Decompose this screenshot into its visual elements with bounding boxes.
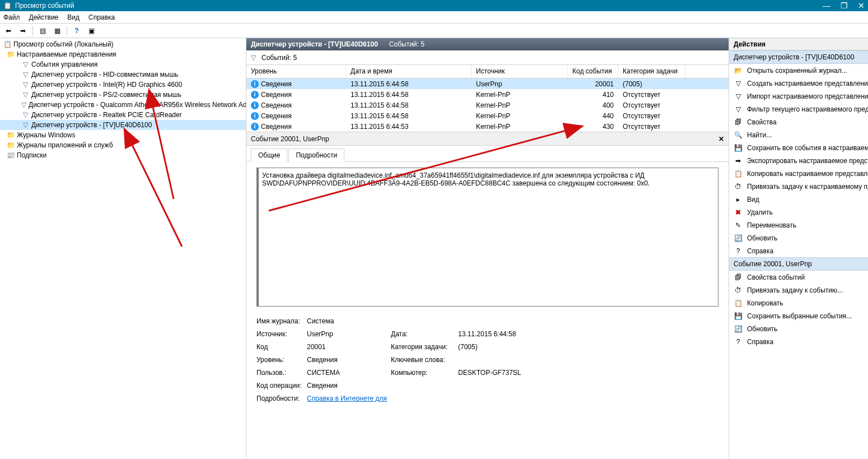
action-item[interactable]: ➡Экспортировать настраиваемое представле…: [729, 154, 868, 167]
menu-view[interactable]: Вид: [67, 13, 80, 21]
action-item[interactable]: ▽Создать настраиваемое представление...: [729, 77, 868, 90]
action-item[interactable]: 📂Открыть сохраненный журнал...: [729, 64, 868, 77]
event-row[interactable]: iСведения13.11.2015 6:44:58Kernel-PnP400…: [246, 100, 729, 110]
tree-item-label: Диспетчер устройств - Qualcomm Atheros A…: [29, 101, 246, 109]
window-title: Просмотр событий: [15, 2, 74, 10]
tree-item[interactable]: ▽Диспетчер устройств - Qualcomm Atheros …: [0, 100, 246, 110]
action-item[interactable]: ?Справка: [729, 335, 868, 348]
minimize-button[interactable]: —: [823, 1, 830, 10]
action-item[interactable]: 🔄Обновить: [729, 231, 868, 244]
event-grid[interactable]: Уровень Дата и время Источник Код событи…: [246, 65, 729, 132]
cell-code: 440: [568, 112, 618, 120]
action-item[interactable]: 💾Сохранить все события в настраиваемом..…: [729, 141, 868, 154]
toolbar-separator: [67, 26, 67, 36]
navigation-tree[interactable]: 📋 Просмотр событий (Локальный) 📁 Настраи…: [0, 38, 246, 459]
col-date[interactable]: Дата и время: [346, 65, 472, 78]
tree-item[interactable]: ▽Диспетчер устройств - Realtek PCIE Card…: [0, 110, 246, 120]
event-row[interactable]: iСведения13.11.2015 6:44:58Kernel-PnP410…: [246, 89, 729, 100]
detail-header: Событие 20001, UserPnp ✕: [246, 132, 729, 146]
actions-pane: Действия Диспетчер устройств - [TV]UE40D…: [729, 38, 868, 459]
filter-bar: ▽ Событий: 5: [246, 50, 729, 65]
action-icon: ➡: [734, 156, 743, 165]
col-source[interactable]: Источник: [472, 65, 568, 78]
action-label: Обновить: [747, 325, 777, 333]
tree-item[interactable]: ▽Диспетчер устройств - Intel(R) HD Graph…: [0, 80, 246, 90]
tree-app-logs[interactable]: 📁 Журналы приложений и служб: [0, 140, 246, 150]
action-icon: 🗐: [734, 273, 743, 282]
action-label: Справка: [747, 247, 773, 255]
forward-button[interactable]: ➡: [17, 25, 29, 37]
tree-item[interactable]: ▽События управления: [0, 59, 246, 69]
toolbar-separator: [32, 26, 33, 36]
action-icon: ▽: [734, 79, 743, 88]
info-icon: i: [251, 91, 259, 99]
show-hide-tree-button[interactable]: ▤: [36, 25, 49, 37]
col-category[interactable]: Категория задачи: [618, 65, 685, 78]
tree-item-label: Диспетчер устройств - Realtek PCIE CardR…: [31, 111, 182, 119]
center-pane: Диспетчер устройств - [TV]UE40D6100 Собы…: [246, 38, 729, 459]
help-button[interactable]: ?: [71, 25, 83, 37]
action-item[interactable]: 🔄Обновить: [729, 322, 868, 335]
action-icon: 📋: [734, 299, 743, 308]
event-row[interactable]: iСведения13.11.2015 6:44:58Kernel-PnP440…: [246, 110, 729, 121]
action-item[interactable]: ✖Удалить: [729, 206, 868, 219]
eventviewer-icon: 📋: [3, 40, 11, 48]
action-label: Создать настраиваемое представление...: [747, 80, 868, 87]
menu-help[interactable]: Справка: [88, 13, 115, 21]
prop-logname-value: Система: [307, 317, 391, 325]
prop-user-label: Пользов.:: [256, 369, 307, 377]
prop-more-label: Подробности:: [256, 395, 307, 402]
center-title: Диспетчер устройств - [TV]UE40D6100: [251, 40, 378, 48]
grid-header[interactable]: Уровень Дата и время Источник Код событи…: [246, 65, 729, 78]
action-item[interactable]: 📋Копировать настраиваемое представление.…: [729, 167, 868, 180]
tree-item[interactable]: ▽Диспетчер устройств - [TV]UE40D6100: [0, 120, 246, 130]
close-button[interactable]: ✕: [858, 1, 865, 10]
action-item[interactable]: ▸Вид: [729, 193, 868, 206]
action-item[interactable]: 💾Сохранить выбранные события...: [729, 309, 868, 322]
action-icon: ⏱: [734, 182, 743, 191]
refresh-button[interactable]: ▣: [85, 25, 97, 37]
prop-computer-value: DESKTOP-GF737SL: [458, 369, 521, 377]
tree-windows-logs[interactable]: 📁 Журналы Windows: [0, 130, 246, 140]
detail-tabs: Общие Подробности: [246, 146, 729, 162]
online-help-link[interactable]: Справка в Интернете для: [307, 395, 387, 402]
tree-subscriptions[interactable]: 📰 Подписки: [0, 150, 246, 160]
action-item[interactable]: 🗐Свойства событий: [729, 271, 868, 284]
tab-details[interactable]: Подробности: [288, 149, 344, 162]
action-item[interactable]: ⏱Привязать задачу к настраиваемому предс…: [729, 180, 868, 193]
action-item[interactable]: ?Справка: [729, 244, 868, 257]
tree-item-label: События управления: [31, 61, 97, 68]
event-row[interactable]: iСведения13.11.2015 6:44:58UserPnp20001(…: [246, 78, 729, 89]
tree-item[interactable]: ▽Диспетчер устройств - PS/2-совместимая …: [0, 90, 246, 100]
action-item[interactable]: 🗐Свойства: [729, 115, 868, 128]
tree-custom-views[interactable]: 📁 Настраиваемые представления: [0, 49, 246, 59]
tab-general[interactable]: Общие: [251, 149, 287, 162]
action-item[interactable]: 📋Копировать: [729, 296, 868, 309]
event-row[interactable]: iСведения13.11.2015 6:44:53Kernel-PnP430…: [246, 121, 729, 132]
cell-level: Сведения: [261, 91, 292, 99]
maximize-button[interactable]: ❐: [841, 1, 848, 10]
action-label: Экспортировать настраиваемое представлен…: [747, 157, 868, 165]
tree-root[interactable]: 📋 Просмотр событий (Локальный): [0, 39, 246, 49]
detail-close-button[interactable]: ✕: [718, 135, 724, 143]
action-icon: ▸: [734, 195, 743, 204]
menu-file[interactable]: Файл: [3, 13, 20, 21]
folder-icon: 📁: [7, 50, 15, 58]
action-item[interactable]: ▽Фильтр текущего настраиваемого представ…: [729, 103, 868, 115]
action-icon: ✖: [734, 208, 743, 217]
action-label: Справка: [747, 338, 773, 346]
action-item[interactable]: ⏱Привязать задачу к событию...: [729, 284, 868, 296]
action-item[interactable]: ▽Импорт настраиваемого представления...: [729, 90, 868, 103]
tree-item[interactable]: ▽Диспетчер устройств - HID-совместимая м…: [0, 69, 246, 80]
prop-level-value: Сведения: [307, 356, 391, 364]
tree-item-label: Диспетчер устройств - Intel(R) HD Graphi…: [31, 81, 182, 89]
col-level[interactable]: Уровень: [246, 65, 346, 78]
cell-source: Kernel-PnP: [472, 122, 568, 131]
export-button[interactable]: ▦: [51, 25, 63, 37]
center-header: Диспетчер устройств - [TV]UE40D6100 Собы…: [246, 38, 729, 50]
action-item[interactable]: 🔍Найти...: [729, 128, 868, 141]
action-item[interactable]: ✎Переименовать: [729, 219, 868, 231]
menu-action[interactable]: Действие: [29, 13, 59, 21]
back-button[interactable]: ⬅: [2, 25, 15, 37]
col-code[interactable]: Код события: [568, 65, 618, 78]
